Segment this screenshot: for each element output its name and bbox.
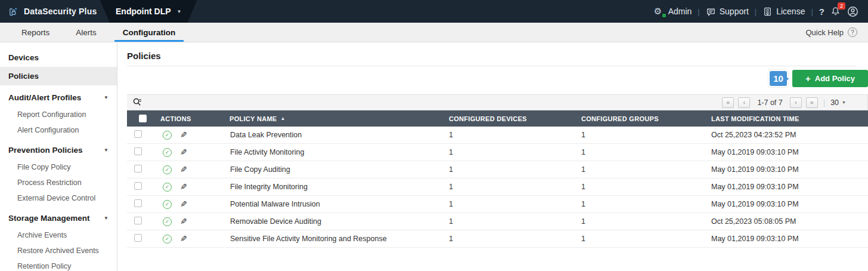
select-all-checkbox[interactable]: [139, 115, 147, 122]
table-header: ACTIONS POLICY NAME ▲ CONFIGURED DEVICES…: [127, 110, 868, 127]
pagination: « ‹ 1-7 of 7 › » | 30 ▼: [722, 97, 846, 108]
sidebar-item-devices[interactable]: Devices: [0, 48, 117, 67]
status-enabled-icon[interactable]: ✓: [163, 148, 172, 157]
sidebar-item-process-restriction[interactable]: Process Restriction: [0, 175, 117, 190]
sidebar-item-alert-configuration[interactable]: Alert Configuration: [0, 122, 117, 138]
row-checkbox[interactable]: [134, 234, 142, 242]
product-switcher[interactable]: Endpoint DLP ▼: [100, 0, 197, 23]
primary-tabbar: Reports Alerts Configuration Quick Help …: [0, 23, 868, 42]
sidebar-item-label: Storage Management: [8, 214, 90, 223]
sidebar-group-prevention-policies[interactable]: Prevention Policies ▼: [0, 141, 117, 159]
sidebar-item-restore-archived-events[interactable]: Restore Archived Events: [0, 243, 117, 258]
row-checkbox[interactable]: [134, 182, 142, 190]
status-enabled-icon[interactable]: ✓: [163, 183, 172, 192]
edit-icon[interactable]: ✎: [180, 217, 187, 226]
col-header-configured-devices[interactable]: CONFIGURED DEVICES: [444, 115, 576, 122]
edit-icon[interactable]: ✎: [180, 235, 187, 243]
sidebar-group-audit-alert-profiles[interactable]: Audit/Alert Profiles ▼: [0, 88, 117, 107]
status-enabled-icon[interactable]: ✓: [163, 131, 172, 140]
prev-page-button[interactable]: ‹: [738, 97, 750, 108]
edit-icon[interactable]: ✎: [180, 183, 187, 191]
policy-name[interactable]: Sensitive File Activity Monitoring and R…: [225, 235, 444, 243]
main-content: Policies 10 + Add Policy « ‹ 1-7 of 7 › …: [117, 42, 868, 271]
status-enabled-icon[interactable]: ✓: [163, 200, 172, 209]
configured-devices-value: 1: [444, 217, 576, 226]
page-size-dropdown[interactable]: 30 ▼: [830, 98, 846, 107]
policy-name[interactable]: File Integrity Monitoring: [225, 183, 444, 191]
row-checkbox[interactable]: [134, 165, 142, 173]
sidebar-item-report-configuration[interactable]: Report Configuration: [0, 107, 117, 122]
page-title: Policies: [127, 51, 161, 61]
sidebar-item-file-copy-policy[interactable]: File Copy Policy: [0, 159, 117, 175]
quick-help-button[interactable]: Quick Help ?: [805, 23, 868, 42]
license-label: License: [776, 7, 805, 16]
edit-icon[interactable]: ✎: [180, 200, 187, 208]
configured-groups-value: 1: [576, 217, 706, 226]
table-row: ✓ ✎ Data Leak Prevention 1 1 Oct 25,2023…: [127, 127, 868, 144]
plus-icon: +: [805, 73, 811, 84]
table-row: ✓ ✎ Sensitive File Activity Monitoring a…: [127, 230, 868, 248]
sidebar-item-label: Alert Configuration: [17, 126, 79, 134]
status-enabled-icon[interactable]: ✓: [163, 217, 172, 226]
edit-icon[interactable]: ✎: [180, 131, 187, 139]
chevron-down-icon: ▼: [104, 95, 108, 100]
configured-groups-value: 1: [576, 148, 706, 156]
col-header-actions[interactable]: ACTIONS: [156, 115, 225, 122]
add-policy-label: Add Policy: [815, 74, 855, 83]
row-checkbox[interactable]: [134, 217, 142, 224]
quick-help-label: Quick Help: [805, 28, 844, 37]
sidebar-item-archive-events[interactable]: Archive Events: [0, 227, 117, 243]
chevron-down-icon: ▼: [104, 215, 108, 221]
tab-alerts[interactable]: Alerts: [71, 23, 101, 42]
table-row: ✓ ✎ File Activity Monitoring 1 1 May 01,…: [127, 144, 868, 161]
chat-bubble-icon: [706, 7, 716, 17]
sidebar-item-external-device-control[interactable]: External Device Control: [0, 190, 117, 206]
edit-icon[interactable]: ✎: [180, 148, 187, 156]
status-enabled-icon[interactable]: ✓: [163, 235, 172, 244]
last-page-button[interactable]: »: [806, 97, 818, 108]
row-checkbox[interactable]: [134, 130, 142, 138]
help-circle-icon: ?: [848, 27, 857, 37]
table-toolbar: « ‹ 1-7 of 7 › » | 30 ▼: [127, 94, 868, 110]
policy-name[interactable]: Data Leak Prevention: [225, 131, 444, 139]
search-icon[interactable]: [132, 97, 142, 107]
sidebar-item-label: Restore Archived Events: [17, 247, 99, 255]
support-link[interactable]: Support: [706, 7, 749, 17]
tab-configuration[interactable]: Configuration: [118, 23, 180, 42]
row-checkbox[interactable]: [134, 199, 142, 207]
notifications-button[interactable]: 2: [830, 6, 841, 17]
sidebar-group-storage-management[interactable]: Storage Management ▼: [0, 209, 117, 227]
configured-groups-value: 1: [576, 165, 706, 174]
last-modification-time: May 01,2019 09:03:10 PM: [706, 235, 868, 243]
sidebar-item-retention-policy[interactable]: Retention Policy: [0, 258, 117, 271]
license-link[interactable]: License: [762, 7, 805, 17]
annotation-badge: 10: [768, 70, 788, 87]
tab-reports[interactable]: Reports: [17, 23, 54, 42]
license-doc-icon: [762, 7, 773, 17]
configured-groups-value: 1: [576, 183, 706, 191]
separator: |: [698, 7, 699, 16]
policy-name[interactable]: Potential Malware Intrusion: [225, 200, 444, 208]
policy-name[interactable]: File Activity Monitoring: [225, 148, 444, 156]
table-row: ✓ ✎ Potential Malware Intrusion 1 1 May …: [127, 196, 868, 213]
status-enabled-icon[interactable]: ✓: [163, 165, 172, 174]
col-header-last-modification-time[interactable]: LAST MODIFICATION TIME: [706, 115, 868, 122]
sidebar-item-policies[interactable]: Policies: [0, 67, 117, 85]
first-page-button[interactable]: «: [722, 97, 734, 108]
col-header-policy-name[interactable]: POLICY NAME ▲: [225, 115, 444, 122]
next-page-button[interactable]: ›: [790, 97, 802, 108]
row-checkbox[interactable]: [134, 147, 142, 155]
col-header-configured-groups[interactable]: CONFIGURED GROUPS: [576, 115, 706, 122]
table-row: ✓ ✎ File Copy Auditing 1 1 May 01,2019 0…: [127, 161, 868, 178]
admin-link[interactable]: ⚙ Admin: [654, 7, 692, 17]
policy-name[interactable]: File Copy Auditing: [225, 165, 444, 174]
add-policy-button[interactable]: + Add Policy: [792, 70, 868, 87]
policy-name[interactable]: Removable Device Auditing: [225, 217, 444, 226]
user-avatar-icon[interactable]: [847, 6, 858, 17]
help-icon[interactable]: ?: [819, 7, 824, 17]
sidebar-item-label: Audit/Alert Profiles: [8, 93, 81, 102]
edit-icon[interactable]: ✎: [180, 165, 187, 174]
datasecurity-logo-icon: [8, 7, 18, 17]
sidebar-item-label: Archive Events: [17, 231, 67, 239]
brand-logo[interactable]: DataSecurity Plus: [0, 7, 100, 17]
